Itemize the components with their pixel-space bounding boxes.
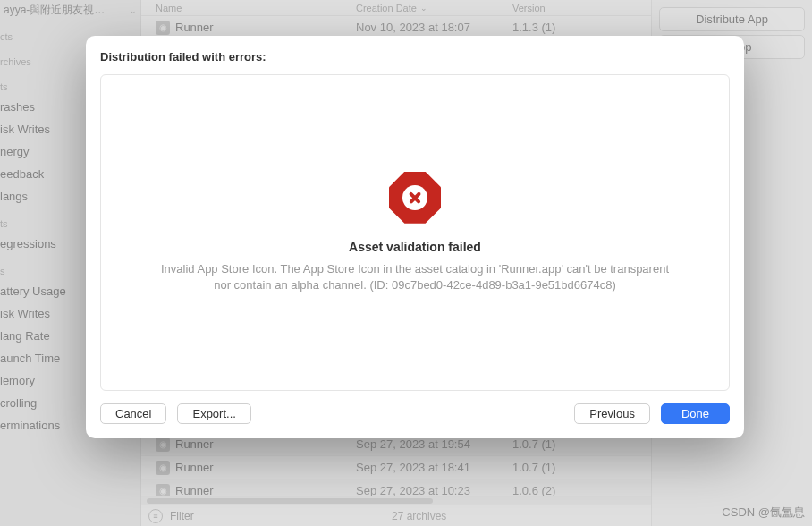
error-octagon-icon — [389, 172, 441, 224]
previous-button[interactable]: Previous — [574, 403, 650, 424]
dialog-body: Asset validation failed Invalid App Stor… — [100, 74, 730, 391]
done-button[interactable]: Done — [661, 403, 730, 424]
error-title: Asset validation failed — [349, 240, 481, 254]
dialog-title: Distribution failed with errors: — [100, 50, 730, 64]
cancel-button[interactable]: Cancel — [100, 403, 166, 424]
error-x-icon — [402, 185, 427, 210]
watermark: CSDN @氤氲息 — [722, 505, 805, 521]
distribution-error-dialog: Distribution failed with errors: Asset v… — [86, 36, 744, 438]
error-message: Invalid App Store Icon. The App Store Ic… — [155, 261, 675, 293]
dialog-buttons: Cancel Export... Previous Done — [100, 403, 730, 424]
export-button[interactable]: Export... — [177, 403, 250, 424]
